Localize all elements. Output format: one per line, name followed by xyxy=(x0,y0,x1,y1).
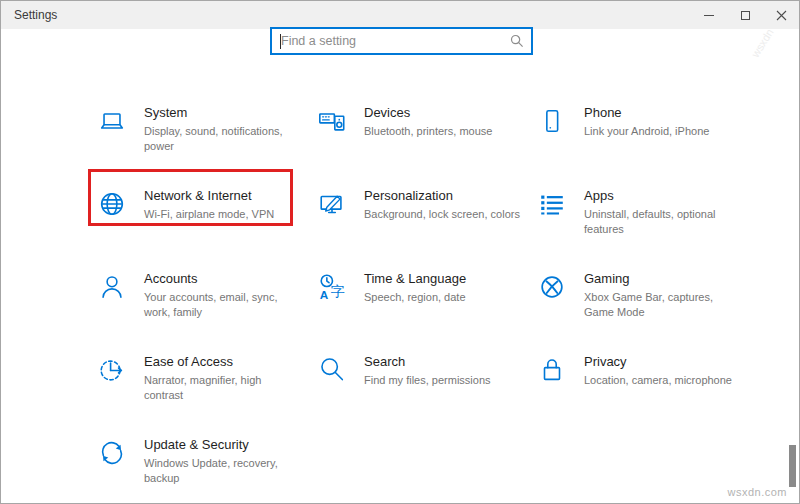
tile-subtitle: Wi-Fi, airplane mode, VPN xyxy=(144,207,302,222)
xbox-icon xyxy=(537,272,567,302)
tile-title: Personalization xyxy=(364,186,522,204)
maximize-icon xyxy=(741,11,750,20)
tile-subtitle: Xbox Game Bar, captures, Game Mode xyxy=(584,290,742,320)
tile-title: Gaming xyxy=(584,269,742,287)
scrollbar-thumb[interactable] xyxy=(789,445,796,487)
search-box xyxy=(270,27,533,55)
tile-subtitle: Narrator, magnifier, high contrast xyxy=(144,373,302,403)
svg-text:A: A xyxy=(320,288,329,301)
tile-system[interactable]: System Display, sound, notifications, po… xyxy=(97,103,302,186)
tile-search[interactable]: Search Find my files, permissions xyxy=(317,352,522,435)
tile-subtitle: Bluetooth, printers, mouse xyxy=(364,124,522,139)
watermark-diagonal: wsxdn xyxy=(749,27,776,60)
maximize-button[interactable] xyxy=(727,1,763,29)
globe-icon xyxy=(97,189,127,219)
titlebar: Settings xyxy=(1,1,799,29)
watermark-corner: wsxdn.com xyxy=(727,486,787,498)
ease-of-access-icon xyxy=(97,355,127,385)
update-icon xyxy=(97,438,127,468)
tile-subtitle: Speech, region, date xyxy=(364,290,522,305)
text-caret xyxy=(280,34,281,49)
laptop-icon xyxy=(97,106,127,136)
search-input[interactable] xyxy=(272,29,510,53)
tile-personalization[interactable]: Personalization Background, lock screen,… xyxy=(317,186,522,269)
tile-subtitle: Background, lock screen, colors xyxy=(364,207,522,222)
tile-update-security[interactable]: Update & Security Windows Update, recove… xyxy=(97,435,302,504)
tile-accounts[interactable]: Accounts Your accounts, email, sync, wor… xyxy=(97,269,302,352)
tile-subtitle: Your accounts, email, sync, work, family xyxy=(144,290,302,320)
tile-subtitle: Display, sound, notifications, power xyxy=(144,124,302,154)
tile-subtitle: Find my files, permissions xyxy=(364,373,522,388)
svg-text:字: 字 xyxy=(331,283,345,299)
person-icon xyxy=(97,272,127,302)
personalization-icon xyxy=(317,189,347,219)
tile-title: Ease of Access xyxy=(144,352,302,370)
window-title: Settings xyxy=(1,8,691,22)
settings-grid: System Display, sound, notifications, po… xyxy=(97,103,777,504)
tile-privacy[interactable]: Privacy Location, camera, microphone xyxy=(537,352,742,435)
tile-title: Accounts xyxy=(144,269,302,287)
tile-network-internet[interactable]: Network & Internet Wi-Fi, airplane mode,… xyxy=(97,186,302,269)
close-icon xyxy=(776,10,787,21)
minimize-icon xyxy=(704,15,714,16)
magnifier-icon xyxy=(317,355,347,385)
tile-title: Update & Security xyxy=(144,435,302,453)
tile-subtitle: Uninstall, defaults, optional features xyxy=(584,207,742,237)
devices-icon xyxy=(317,106,347,136)
tile-apps[interactable]: Apps Uninstall, defaults, optional featu… xyxy=(537,186,742,269)
settings-window: Settings System xyxy=(0,0,800,504)
tile-subtitle: Windows Update, recovery, backup xyxy=(144,456,302,486)
tile-title: Search xyxy=(364,352,522,370)
tile-subtitle: Link your Android, iPhone xyxy=(584,124,742,139)
apps-icon xyxy=(537,189,567,219)
tile-title: Time & Language xyxy=(364,269,522,287)
tile-title: Phone xyxy=(584,103,742,121)
tile-ease-of-access[interactable]: Ease of Access Narrator, magnifier, high… xyxy=(97,352,302,435)
tile-gaming[interactable]: Gaming Xbox Game Bar, captures, Game Mod… xyxy=(537,269,742,352)
tile-title: Apps xyxy=(584,186,742,204)
minimize-button[interactable] xyxy=(691,1,727,29)
tile-title: Devices xyxy=(364,103,522,121)
tile-title: Privacy xyxy=(584,352,742,370)
time-language-icon: A字 xyxy=(317,272,347,302)
tile-subtitle: Location, camera, microphone xyxy=(584,373,742,388)
tile-time-language[interactable]: A字 Time & Language Speech, region, date xyxy=(317,269,522,352)
tile-phone[interactable]: Phone Link your Android, iPhone xyxy=(537,103,742,186)
close-button[interactable] xyxy=(763,1,799,29)
lock-icon xyxy=(537,355,567,385)
phone-icon xyxy=(537,106,567,136)
tile-devices[interactable]: Devices Bluetooth, printers, mouse xyxy=(317,103,522,186)
search-icon[interactable] xyxy=(510,34,524,48)
tile-title: System xyxy=(144,103,302,121)
window-controls xyxy=(691,1,799,29)
tile-title: Network & Internet xyxy=(144,186,302,204)
